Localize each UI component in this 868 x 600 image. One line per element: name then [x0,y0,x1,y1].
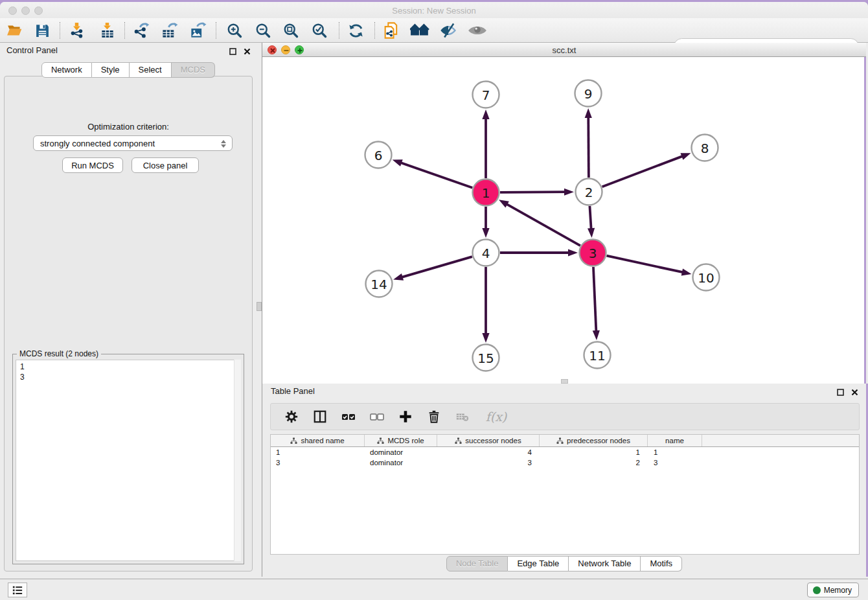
table-toolbar: f(x) [270,403,860,430]
column-settings-button[interactable] [282,408,301,426]
refresh-view-button[interactable] [346,21,365,40]
table-cell: 1 [271,447,365,457]
save-session-button[interactable] [32,21,52,40]
dropdown-stepper-icon [219,138,228,149]
network-canvas[interactable]: 1234678910111415 [262,57,866,384]
mcds-panel: Optimization criterion: strongly connect… [4,76,253,571]
network-window-titlebar[interactable]: scc.txt [262,43,866,57]
open-session-button[interactable] [5,21,25,40]
first-neighbors-button[interactable] [410,21,429,40]
mcds-scrollbar[interactable] [234,360,241,561]
table-cell: 1 [648,447,702,457]
edge-1-6[interactable] [398,162,472,188]
column-header-shared-name[interactable]: shared name [271,435,365,446]
table-cell: 4 [437,447,540,457]
node-label: 7 [482,87,490,103]
tab-network-table[interactable]: Network Table [569,556,641,571]
float-panel-icon[interactable] [836,387,845,397]
mcds-result-text[interactable]: 13 [16,360,241,561]
export-image-button[interactable] [188,21,207,40]
edge-4-14[interactable] [399,257,472,278]
edge-1-2[interactable] [500,192,568,192]
node-label: 11 [589,348,605,363]
tab-select[interactable]: Select [130,62,172,78]
eye-slash-icon [439,21,457,40]
list-icon [12,585,23,595]
arrowhead-icon [680,153,691,160]
splitter-grip[interactable] [561,379,568,384]
run-mcds-button[interactable]: Run MCDS [62,157,123,173]
zoom-in-icon [226,22,244,40]
edge-3-11[interactable] [593,267,597,334]
task-history-button[interactable] [8,583,27,597]
close-panel-icon[interactable] [242,47,251,56]
table-panel: Table Panel [262,384,868,577]
edge-2-3[interactable] [589,206,591,232]
arrowhead-icon [588,228,595,238]
split-table-view-button[interactable] [311,408,329,426]
edge-3-1[interactable] [504,203,580,246]
edge-3-10[interactable] [606,256,685,273]
checked-boxes-icon [341,409,356,424]
tab-edge-table[interactable]: Edge Table [508,556,569,571]
node-label: 15 [477,351,494,366]
deselect-all-checkboxes-button[interactable] [368,408,386,426]
delete-table-button[interactable] [453,408,472,426]
select-all-checkboxes-button[interactable] [339,408,358,426]
table-row[interactable]: 1dominator411 [271,447,859,457]
show-graphics-details-button[interactable] [468,21,487,40]
arrowhead-icon [393,273,404,281]
splitter-grip[interactable] [257,302,262,311]
hide-graphics-details-button[interactable] [439,21,458,40]
add-column-button[interactable] [396,408,415,426]
optimization-criterion-select[interactable]: strongly connected component [33,135,233,151]
attribute-tree-icon [455,437,462,444]
column-header-name[interactable]: name [648,435,702,446]
apply-function-button[interactable]: f(x) [482,408,510,426]
table-panel-title: Table Panel [271,386,315,396]
toolbar-separator [339,22,339,39]
float-panel-icon[interactable] [228,47,237,56]
node-label: 3 [589,246,597,261]
memory-button[interactable]: Memory [807,583,859,597]
zoom-fit-icon [282,22,300,40]
edge-2-8[interactable] [602,155,686,187]
tab-mcds[interactable]: MCDS [172,62,215,78]
toolbar-separator [60,22,60,39]
column-header-mcds-role[interactable]: MCDS role [365,435,437,446]
tab-motifs[interactable]: Motifs [641,556,682,571]
column-header-successor-nodes[interactable]: successor nodes [437,435,540,446]
mcds-result-group: MCDS result (2 nodes) 13 [12,354,244,564]
close-panel-button[interactable]: Close panel [131,157,199,173]
control-panel-tabs: NetworkStyleSelectMCDS [0,62,257,78]
close-panel-icon[interactable] [850,387,859,397]
refresh-icon [347,22,365,40]
import-table-button[interactable] [98,21,117,40]
table-row[interactable]: 3dominator323 [271,457,859,468]
zoom-in-button[interactable] [225,21,244,40]
tab-style[interactable]: Style [92,62,130,78]
export-table-button[interactable] [159,21,179,40]
zoom-out-icon [255,22,272,40]
zoom-out-button[interactable] [253,21,273,40]
arrowhead-icon [568,249,578,256]
import-network-button[interactable] [67,21,87,40]
tab-network[interactable]: Network [41,62,92,78]
optimization-criterion-label: Optimization criterion: [5,122,252,132]
delete-columns-button[interactable] [425,408,443,426]
arrowhead-icon [564,189,574,196]
table-cell: 3 [271,457,365,468]
zoom-fit-button[interactable] [281,21,301,40]
export-table-icon [161,22,178,40]
trash-icon [427,410,441,424]
export-image-icon [189,22,207,40]
column-header-predecessor-nodes[interactable]: predecessor nodes [540,435,648,446]
export-network-button[interactable] [131,21,151,40]
memory-label: Memory [824,586,852,595]
zoom-selected-button[interactable] [310,21,329,40]
new-network-from-selection-button[interactable] [382,21,401,40]
edge-2-9[interactable] [588,114,589,178]
arrowhead-icon [681,268,692,275]
tab-node-table[interactable]: Node Table [446,556,508,571]
arrowhead-icon [593,330,600,340]
